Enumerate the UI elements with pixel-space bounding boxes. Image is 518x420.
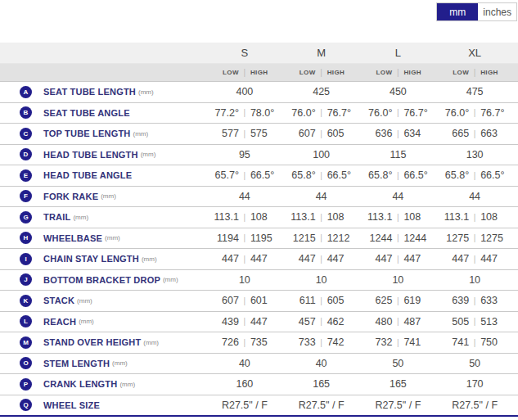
row-label: WHEELBASE <box>43 233 102 243</box>
geometry-table: SMLXL LOW|HIGHLOW|HIGHLOW|HIGHLOW|HIGH A… <box>0 43 518 417</box>
value-divider: | <box>316 129 327 138</box>
unit-toggle: mm inches <box>436 2 517 21</box>
value-divider: | <box>469 108 480 117</box>
geometry-value-cell: 76.0°|76.7° <box>436 107 513 119</box>
value-divider: | <box>316 213 327 222</box>
row-unit-label: (mm) <box>73 214 88 221</box>
geometry-value-cell: 447|447 <box>436 253 513 264</box>
low-header-label: LOW <box>206 69 239 76</box>
high-value: 1244 <box>403 233 436 244</box>
single-value: 10 <box>360 274 437 286</box>
low-value: 447 <box>436 253 469 264</box>
value-divider: | <box>392 317 403 326</box>
geometry-value-cell: 505|513 <box>436 316 513 327</box>
geometry-value-cell: 76.0°|76.7° <box>360 107 437 119</box>
geometry-value-cell: 447|447 <box>206 253 283 264</box>
geometry-value-cell: R27.5" / F <box>283 400 360 411</box>
geometry-value-cell: 10 <box>206 274 283 286</box>
row-label-cell: CTOP TUBE LENGTH(mm) <box>0 128 206 140</box>
low-value: 611 <box>283 295 316 306</box>
geometry-value-cell: 1215|1212 <box>283 233 360 244</box>
geometry-value-cell: 447|447 <box>283 253 360 264</box>
geometry-value-cell: 480|487 <box>360 316 437 327</box>
high-value: 634 <box>403 128 436 139</box>
row-label: HEAD TUBE ANGLE <box>43 170 132 180</box>
low-value: 733 <box>283 336 316 348</box>
high-value: 66.5° <box>327 169 360 181</box>
value-divider: | <box>469 233 480 242</box>
high-value: 1212 <box>327 233 360 244</box>
value-divider: | <box>316 171 327 180</box>
row-letter-badge: B <box>20 106 32 119</box>
low-header-label: LOW <box>283 69 316 76</box>
row-unit-label: (mm) <box>143 339 159 346</box>
geometry-value-cell: 65.8°|66.5° <box>360 169 437 181</box>
geometry-value-cell: 160 <box>206 378 283 390</box>
geometry-value-cell: 65.8°|66.5° <box>283 169 360 181</box>
row-unit-label: (mm) <box>79 318 94 325</box>
geometry-value-cell: 10 <box>360 274 437 286</box>
single-value: 100 <box>283 149 360 160</box>
high-value: 1275 <box>480 233 513 244</box>
geometry-value-cell: 50 <box>360 358 437 369</box>
geometry-value-cell: 1244|1244 <box>360 233 437 244</box>
table-row: FFORK RAKE(mm)44444444 <box>0 186 518 207</box>
high-header-label: HIGH <box>403 69 436 76</box>
row-letter-badge: O <box>20 357 32 369</box>
low-high-header-row: LOW|HIGHLOW|HIGHLOW|HIGHLOW|HIGH <box>0 64 518 81</box>
geometry-value-cell: 65.7°|66.5° <box>206 169 283 181</box>
unit-mm-button[interactable]: mm <box>437 3 478 20</box>
low-value: 447 <box>283 253 316 264</box>
single-value: 44 <box>283 191 360 202</box>
geometry-value-cell: 450 <box>360 86 437 97</box>
size-column-header: L <box>360 47 437 59</box>
row-letter-badge: L <box>20 315 32 327</box>
value-divider: | <box>316 108 327 117</box>
value-divider: | <box>392 108 403 117</box>
row-label: TRAIL <box>43 212 70 222</box>
high-value: 619 <box>403 295 436 306</box>
value-divider: | <box>239 171 250 180</box>
row-unit-label: (mm) <box>101 192 116 200</box>
row-label-cell: MSTAND OVER HEIGHT(mm) <box>0 336 206 349</box>
table-row: HWHEELBASE(mm)1194|11951215|12121244|124… <box>0 228 518 249</box>
value-divider: | <box>392 255 403 264</box>
single-value: 95 <box>206 149 283 160</box>
single-value: R27.5" / F <box>360 400 437 411</box>
high-value: 78.0° <box>250 107 283 119</box>
low-value: 457 <box>283 316 316 327</box>
row-unit-label: (mm) <box>163 276 178 283</box>
size-column-header: M <box>283 47 360 59</box>
row-label-cell: BSEAT TUBE ANGLE <box>0 106 206 119</box>
high-header-label: HIGH <box>250 69 283 76</box>
row-label-cell: GTRAIL(mm) <box>0 211 206 224</box>
low-high-header-cell: LOW|HIGH <box>360 68 437 77</box>
geometry-value-cell: 741|750 <box>436 336 513 348</box>
row-label-cell: HWHEELBASE(mm) <box>0 232 206 244</box>
value-divider: | <box>469 338 480 347</box>
value-divider: | <box>469 317 480 326</box>
geometry-value-cell: 165 <box>283 378 360 390</box>
low-value: 65.8° <box>436 169 469 181</box>
geometry-value-cell: 113.1|108 <box>283 211 360 223</box>
low-value: 636 <box>360 128 393 139</box>
row-unit-label: (mm) <box>138 88 154 96</box>
row-letter-badge: P <box>20 378 32 391</box>
table-row: EHEAD TUBE ANGLE65.7°|66.5°65.8°|66.5°65… <box>0 165 518 186</box>
row-letter-badge: I <box>20 253 32 265</box>
value-divider: | <box>469 255 480 264</box>
header-divider: | <box>239 68 250 77</box>
row-unit-label: (mm) <box>112 359 128 367</box>
single-value: 50 <box>436 358 513 369</box>
unit-inches-button[interactable]: inches <box>478 3 516 20</box>
geometry-value-cell: R27.5" / F <box>206 400 283 411</box>
low-value: 607 <box>283 128 316 139</box>
value-divider: | <box>392 129 403 138</box>
geometry-value-cell: 475 <box>436 86 513 97</box>
table-row: ICHAIN STAY LENGTH(mm)447|447447|447447|… <box>0 248 518 269</box>
single-value: 10 <box>283 274 360 286</box>
geometry-value-cell: 665|663 <box>436 128 513 139</box>
low-value: 577 <box>206 128 239 139</box>
single-value: 10 <box>436 274 513 286</box>
high-value: 66.5° <box>480 169 513 181</box>
